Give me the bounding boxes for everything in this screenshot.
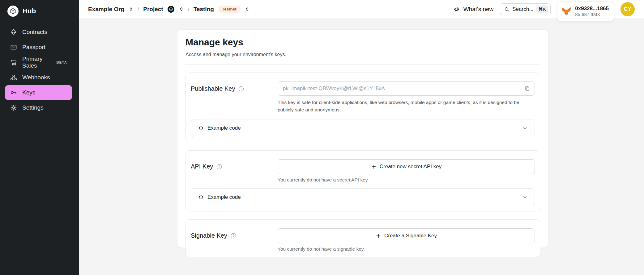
search-input[interactable]: Search... ⌘K xyxy=(500,3,551,15)
top-navbar: Example Org / Project / Testing Testnet xyxy=(79,0,644,18)
navbar-right: What's new Search... ⌘K xyxy=(454,0,635,19)
megaphone-icon xyxy=(454,6,460,13)
sidebar-item-keys[interactable]: Keys xyxy=(5,85,72,100)
webhooks-icon xyxy=(10,74,17,81)
settings-icon xyxy=(10,104,17,111)
immutable-logo-icon xyxy=(7,6,19,17)
sidebar: Hub Contracts Passport xyxy=(0,0,79,275)
primary-sales-icon xyxy=(10,59,17,66)
create-api-key-button[interactable]: Create new secret API key xyxy=(278,159,535,174)
plus-icon xyxy=(371,164,377,169)
publishable-key-label: Publishable Key xyxy=(191,85,235,92)
keys-icon xyxy=(10,89,17,96)
breadcrumb: Example Org / Project / Testing Testnet xyxy=(88,6,250,13)
info-icon[interactable] xyxy=(216,164,222,170)
create-signable-key-label: Create a Signable Key xyxy=(384,233,437,239)
org-switcher-icon[interactable] xyxy=(128,6,134,12)
project-switcher-icon[interactable] xyxy=(179,6,184,12)
signable-key-card: Signable Key xyxy=(186,219,540,257)
sidebar-item-label: Passport xyxy=(22,44,45,51)
environment-switcher-icon[interactable] xyxy=(245,6,250,12)
metamask-fox-icon xyxy=(561,6,572,17)
whats-new-button[interactable]: What's new xyxy=(454,6,494,13)
create-signable-key-button[interactable]: Create a Signable Key xyxy=(278,228,535,243)
plus-icon xyxy=(376,233,381,239)
manage-keys-panel: Manage keys Access and manage your envir… xyxy=(177,29,548,248)
sidebar-item-label: Primary Sales xyxy=(22,56,50,69)
create-api-key-label: Create new secret API key xyxy=(380,164,441,170)
sidebar-item-label: Contracts xyxy=(22,29,47,35)
contracts-icon xyxy=(10,28,17,36)
sidebar-item-label: Settings xyxy=(22,104,44,111)
page-title: Manage keys xyxy=(186,37,540,48)
example-code-label: Example code xyxy=(207,125,241,131)
hub-logo-text: Hub xyxy=(23,7,36,15)
user-avatar[interactable]: CY xyxy=(621,2,635,16)
publishable-key-help: This key is safe for client-side applica… xyxy=(278,99,535,114)
code-icon xyxy=(198,194,204,200)
sidebar-item-primary-sales[interactable]: Primary Sales BETA xyxy=(5,55,72,70)
api-example-code-accordion[interactable]: Example code xyxy=(191,188,535,206)
sidebar-item-passport[interactable]: Passport xyxy=(5,40,72,55)
api-key-card: API Key xyxy=(186,150,540,211)
info-icon[interactable] xyxy=(230,233,237,239)
wallet-info: 0x9328...1865 85.687 tIMX xyxy=(575,5,609,18)
page-subtitle: Access and manage your environment's key… xyxy=(186,52,540,57)
chevron-down-icon xyxy=(522,194,528,200)
publishable-key-card: Publishable Key xyxy=(186,73,540,142)
breadcrumb-project[interactable]: Project xyxy=(143,6,163,13)
breadcrumb-separator: / xyxy=(188,6,190,12)
sidebar-item-settings[interactable]: Settings xyxy=(5,100,72,115)
chevron-down-icon xyxy=(522,125,528,131)
beta-badge: BETA xyxy=(57,60,67,64)
header-divider xyxy=(186,64,540,65)
signable-key-label: Signable Key xyxy=(191,232,227,239)
project-avatar-icon[interactable] xyxy=(167,6,175,13)
api-key-help: You currently do not have a secret API k… xyxy=(278,177,535,183)
search-placeholder: Search... xyxy=(512,6,533,12)
sidebar-item-label: Webhooks xyxy=(22,74,50,81)
hub-logo[interactable]: Hub xyxy=(0,0,79,17)
passport-icon xyxy=(10,44,17,51)
wallet-address: 0x9328...1865 xyxy=(575,5,609,12)
breadcrumb-environment[interactable]: Testing xyxy=(194,6,214,13)
sidebar-item-contracts[interactable]: Contracts xyxy=(5,25,72,40)
wallet-balance: 85.687 tIMX xyxy=(575,12,609,18)
search-icon xyxy=(504,6,510,12)
breadcrumb-separator: / xyxy=(138,6,139,12)
testnet-badge: Testnet xyxy=(218,6,241,13)
wallet-chip[interactable]: 0x9328...1865 85.687 tIMX xyxy=(557,2,614,21)
sidebar-item-webhooks[interactable]: Webhooks xyxy=(5,70,72,85)
content-area: Manage keys Access and manage your envir… xyxy=(79,18,644,275)
copy-button[interactable] xyxy=(522,84,532,93)
copy-icon xyxy=(524,85,530,92)
breadcrumb-org[interactable]: Example Org xyxy=(88,6,124,13)
publishable-key-input[interactable] xyxy=(278,81,535,96)
sidebar-item-label: Keys xyxy=(22,89,35,96)
example-code-label: Example code xyxy=(207,194,241,200)
sidebar-nav: Contracts Passport Primary Sales xyxy=(0,25,79,115)
publishable-example-code-accordion[interactable]: Example code xyxy=(191,119,535,137)
search-shortcut-badge: ⌘K xyxy=(536,6,548,13)
signable-key-help: You currently do not have a signable key… xyxy=(278,246,535,252)
api-key-label: API Key xyxy=(191,163,213,170)
whats-new-label: What's new xyxy=(463,6,494,13)
code-icon xyxy=(198,125,204,131)
info-icon[interactable] xyxy=(238,86,244,92)
